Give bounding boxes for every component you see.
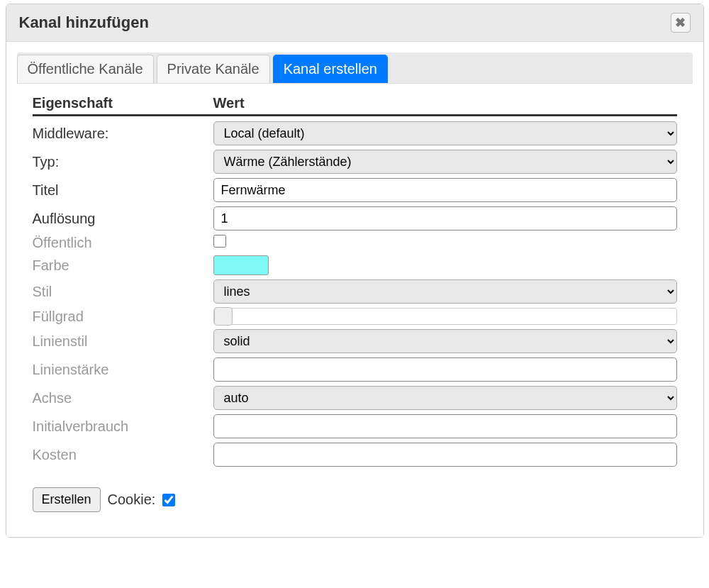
select-middleware[interactable]: Local (default) <box>213 121 677 145</box>
select-axis[interactable]: auto <box>213 386 677 410</box>
label-color: Farbe <box>33 257 69 273</box>
row-axis: Achse auto <box>33 384 677 412</box>
slider-handle[interactable] <box>214 307 233 326</box>
label-cost: Kosten <box>33 447 77 462</box>
label-middleware: Middleware: <box>33 126 109 141</box>
close-icon: ✖ <box>675 15 686 30</box>
label-linestrength: Linienstärke <box>33 362 109 377</box>
color-swatch[interactable] <box>213 255 269 275</box>
property-table-header: Eigenschaft Wert <box>33 95 677 116</box>
input-title[interactable] <box>213 178 677 202</box>
select-linestyle[interactable]: solid <box>213 329 677 353</box>
tab-public-channels[interactable]: Öffentliche Kanäle <box>17 55 154 83</box>
footer-row: Erstellen Cookie: <box>33 487 677 512</box>
dialog-header: Kanal hinzufügen ✖ <box>6 4 703 42</box>
label-title: Titel <box>33 182 59 198</box>
label-fillgrade: Füllgrad <box>33 309 84 324</box>
row-middleware: Middleware: Local (default) <box>33 119 677 148</box>
dialog-title: Kanal hinzufügen <box>19 13 149 32</box>
label-axis: Achse <box>33 390 72 406</box>
input-resolution[interactable] <box>213 206 677 231</box>
row-type: Typ: Wärme (Zählerstände) <box>33 148 677 176</box>
input-initialusage[interactable] <box>213 414 677 438</box>
checkbox-cookie[interactable] <box>162 494 175 506</box>
form-content: Eigenschaft Wert Middleware: Local (defa… <box>17 84 693 526</box>
dialog-body: Öffentliche Kanäle Private Kanäle Kanal … <box>6 42 703 537</box>
row-color: Farbe <box>33 253 677 277</box>
add-channel-dialog: Kanal hinzufügen ✖ Öffentliche Kanäle Pr… <box>6 4 704 538</box>
select-style[interactable]: lines <box>213 279 677 304</box>
create-button[interactable]: Erstellen <box>33 487 101 512</box>
label-linestyle: Linienstil <box>33 333 88 349</box>
label-resolution: Auflösung <box>33 211 96 226</box>
close-button[interactable]: ✖ <box>671 13 691 33</box>
row-public: Öffentlich <box>33 233 677 253</box>
cookie-label: Cookie: <box>108 492 156 508</box>
input-cost[interactable] <box>213 443 677 467</box>
label-type: Typ: <box>33 154 60 170</box>
tab-private-channels[interactable]: Private Kanäle <box>157 55 270 83</box>
row-style: Stil lines <box>33 277 677 306</box>
row-cost: Kosten <box>33 440 677 469</box>
row-initialusage: Initialverbrauch <box>33 412 677 440</box>
select-type[interactable]: Wärme (Zählerstände) <box>213 150 677 174</box>
row-linestyle: Linienstil solid <box>33 327 677 355</box>
row-resolution: Auflösung <box>33 204 677 233</box>
label-initialusage: Initialverbrauch <box>33 418 129 434</box>
header-property: Eigenschaft <box>33 95 213 111</box>
row-title: Titel <box>33 176 677 204</box>
checkbox-public[interactable] <box>213 235 226 248</box>
label-public: Öffentlich <box>33 235 92 250</box>
tab-create-channel[interactable]: Kanal erstellen <box>273 55 388 83</box>
header-value: Wert <box>213 95 677 111</box>
input-linestrength[interactable] <box>213 357 677 382</box>
row-linestrength: Linienstärke <box>33 355 677 384</box>
tabs-bar: Öffentliche Kanäle Private Kanäle Kanal … <box>17 52 693 84</box>
slider-fillgrade[interactable] <box>213 308 677 325</box>
row-fillgrade: Füllgrad <box>33 306 677 327</box>
label-style: Stil <box>33 284 52 299</box>
